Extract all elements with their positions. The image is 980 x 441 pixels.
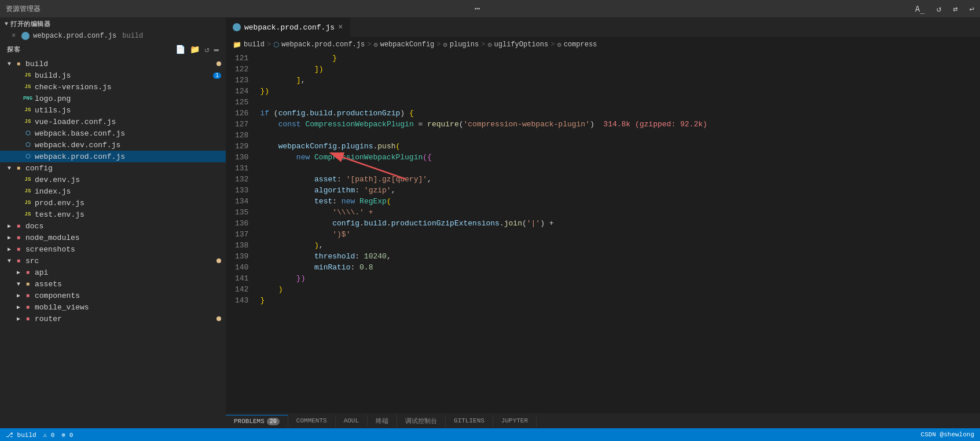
tree-item-assets-folder[interactable]: ▼ ■ assets (0, 278, 226, 290)
line-number: 134 (235, 196, 248, 207)
tree-item-screenshots-folder[interactable]: ▶ ■ screenshots (0, 243, 226, 255)
file-icon-webpack (21, 32, 30, 40)
open-editor-item[interactable]: × webpack.prod.conf.js build (0, 31, 226, 41)
breadcrumb-item[interactable]: webpack.prod.conf.js (281, 41, 365, 49)
status-bar: ⎇ build⚠ 0⊕ 0 CSDN @shewlong (0, 428, 980, 441)
tree-item-router-folder[interactable]: ▶ ■ router (0, 313, 226, 325)
bottom-tab-终端[interactable]: 终端 (368, 414, 397, 428)
breadcrumb-separator: > (550, 41, 555, 49)
chevron-icon: ▼ (5, 258, 14, 264)
line-number: 141 (235, 273, 248, 284)
chevron-icon: ▶ (14, 315, 23, 322)
breadcrumb-item[interactable]: webpackConfig (380, 41, 435, 49)
tree-item-utils-js[interactable]: JS utils.js (0, 104, 226, 116)
status-left-item-1[interactable]: ⚠ 0 (43, 431, 55, 439)
line-number: 124 (235, 86, 248, 97)
tree-item-vue-loader-js[interactable]: JS vue-loader.conf.js (0, 116, 226, 127)
breadcrumb-gear-icon: ⚙ (487, 41, 491, 49)
tab-file-icon (233, 23, 241, 31)
code-line: minRatio: 0.8 (255, 262, 980, 273)
code-line: const CompressionWebpackPlugin = require… (255, 119, 980, 130)
chevron-icon: ▶ (5, 223, 14, 229)
breadcrumb-file-icon: ⬡ (273, 41, 279, 49)
breadcrumb-item[interactable]: compress (564, 41, 597, 49)
status-left-item-2[interactable]: ⊕ 0 (61, 431, 73, 439)
watermark-text: CSDN @shewlong (921, 431, 974, 438)
collapse-icon[interactable]: ▬ (214, 45, 219, 54)
tree-item-build-folder[interactable]: ▼ ■ build (0, 58, 226, 70)
line-number: 128 (235, 130, 248, 141)
tree-item-check-versions-js[interactable]: JS check-versions.js (0, 81, 226, 93)
tab-close-icon[interactable]: × (338, 23, 343, 32)
title-bar-title: 资源管理器 (6, 4, 41, 14)
new-folder-icon[interactable]: 📁 (190, 45, 200, 54)
breadcrumb-item[interactable]: build (244, 41, 265, 49)
line-numbers: 1211221231241251261271281291301311321331… (226, 52, 255, 413)
new-file-icon[interactable]: 📄 (175, 45, 185, 54)
tree-item-webpack-prod[interactable]: ⬡ webpack.prod.conf.js (0, 151, 226, 162)
tree-item-logo-png[interactable]: PNG logo.png (0, 93, 226, 104)
line-number: 130 (235, 152, 248, 163)
tree-item-build-js[interactable]: JS build.js 1 (0, 70, 226, 81)
tree-item-index-js[interactable]: JS index.js (0, 185, 226, 197)
modified-dot (216, 316, 221, 321)
filename-label: webpack.base.conf.js (35, 129, 221, 138)
bottom-tab-problems[interactable]: PROBLEMS20 (226, 415, 288, 427)
status-left-item-0[interactable]: ⎇ build (6, 431, 36, 439)
refresh-icon[interactable]: ↺ (204, 45, 209, 54)
tree-item-api-folder[interactable]: ▶ ■ api (0, 267, 226, 278)
tree-item-config-folder[interactable]: ▼ ■ config (0, 162, 226, 174)
tree-item-webpack-dev[interactable]: ⬡ webpack.dev.conf.js (0, 139, 226, 151)
breadcrumb-item[interactable]: uglifyOptions (494, 41, 549, 49)
open-editors-header[interactable]: ▼ 打开的编辑器 (0, 17, 226, 31)
breadcrumb-gear-icon: ⚙ (443, 41, 447, 49)
js-icon: JS (23, 71, 32, 80)
editor-area: webpack.prod.conf.js × 📁build > ⬡ webpac… (226, 17, 980, 428)
code-line: } (255, 295, 980, 306)
chevron-icon: ▼ (5, 165, 14, 172)
close-icon[interactable]: × (12, 32, 16, 40)
bottom-tab-aoul[interactable]: AOUL (336, 415, 368, 427)
code-content[interactable]: } ]) ],})if (config.build.productionGzip… (255, 52, 980, 413)
line-number: 139 (235, 251, 248, 262)
tree-item-webpack-base[interactable]: ⬡ webpack.base.conf.js (0, 127, 226, 139)
code-line: ], (255, 75, 980, 86)
tree-item-dev-env-js[interactable]: JS dev.env.js (0, 174, 226, 185)
history-icon[interactable]: ↺ (937, 4, 941, 14)
js-icon: JS (23, 198, 32, 207)
bottom-tab-jupyter[interactable]: JUPYTER (493, 415, 537, 427)
filename-label: prod.env.js (35, 199, 221, 207)
breadcrumb-item[interactable]: plugins (450, 41, 479, 49)
remote-icon[interactable]: ⇄ (953, 4, 957, 14)
tree-item-test-env-js[interactable]: JS test.env.js (0, 209, 226, 220)
tab-webpack-prod[interactable]: webpack.prod.conf.js × (226, 17, 350, 37)
code-container[interactable]: 1211221231241251261271281291301311321331… (226, 52, 980, 413)
filename-label: screenshots (25, 245, 221, 254)
webpack-icon: ⬡ (23, 152, 32, 161)
folder-icon: ■ (14, 256, 23, 265)
filename-label: api (35, 268, 221, 277)
js-icon: JS (23, 105, 32, 115)
tree-item-src-folder[interactable]: ▼ ■ src (0, 255, 226, 267)
bottom-tab-调试控制台[interactable]: 调试控制台 (397, 414, 446, 428)
bottom-tab-comments[interactable]: COMMENTS (288, 415, 336, 427)
tree-item-prod-env-js[interactable]: JS prod.env.js (0, 197, 226, 209)
filename-label: node_modules (25, 234, 221, 242)
back-icon[interactable]: ↩ (970, 4, 974, 14)
code-line: config.build.productionGzipExtensions.jo… (255, 218, 980, 229)
breadcrumb-separator: > (367, 41, 371, 49)
bottom-tab-gitliens[interactable]: GITLIENS (446, 415, 493, 427)
folder-icon: ■ (23, 268, 32, 277)
tab-filename: webpack.prod.conf.js (244, 23, 335, 32)
tree-item-mobile-views-folder[interactable]: ▶ ■ mobile_views (0, 301, 226, 313)
code-line: ), (255, 240, 980, 251)
status-right: CSDN @shewlong (921, 431, 974, 438)
js-icon: JS (23, 117, 32, 126)
tree-item-components-folder[interactable]: ▶ ■ components (0, 290, 226, 301)
tree-item-docs-folder[interactable]: ▶ ■ docs (0, 220, 226, 232)
translate-icon[interactable]: A̲ (915, 4, 925, 14)
tab-badge: 20 (267, 418, 280, 425)
code-line: test: new RegExp( (255, 196, 980, 207)
tree-item-node-modules-folder[interactable]: ▶ ■ node_modules (0, 232, 226, 243)
title-bar-more-icon[interactable]: ⋯ (475, 3, 482, 14)
